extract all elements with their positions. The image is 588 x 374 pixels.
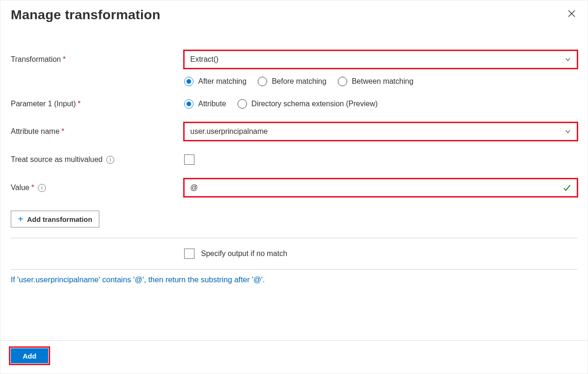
specify-output-label: Specify output if no match [201,249,287,258]
info-icon[interactable]: i [38,184,46,192]
chevron-down-icon [565,128,571,135]
parameter1-group: Attribute Directory schema extension (Pr… [184,99,378,109]
required-indicator: * [61,127,64,136]
add-transformation-button[interactable]: + Add transformation [11,211,99,227]
multivalued-checkbox[interactable] [184,154,194,165]
required-indicator: * [31,183,34,192]
transformation-preview-text: If 'user.userprincipalname' contains '@'… [0,270,588,286]
radio-icon [338,77,347,86]
attribute-name-value: user.userprincipalname [190,127,565,136]
radio-label: Directory schema extension (Preview) [252,100,378,108]
radio-directory-extension[interactable]: Directory schema extension (Preview) [238,99,378,109]
add-transformation-label: Add transformation [27,215,92,223]
radio-label: Before matching [272,77,327,86]
radio-label: Between matching [352,77,414,86]
specify-output-checkbox[interactable] [184,249,194,259]
close-icon [567,9,576,20]
parameter1-label: Parameter 1 (Input) [11,100,76,108]
info-icon[interactable]: i [106,156,114,164]
value-input-text: @ [190,183,563,192]
add-button[interactable]: Add [11,348,48,363]
page-title: Manage transformation [11,7,577,22]
radio-icon [184,99,194,109]
radio-icon [238,99,247,109]
radio-between-matching[interactable]: Between matching [338,77,414,86]
radio-attribute[interactable]: Attribute [184,99,226,109]
chevron-down-icon [565,56,571,63]
radio-label: Attribute [198,100,226,108]
required-indicator: * [63,55,66,64]
close-button[interactable] [566,9,577,20]
transformation-dropdown[interactable]: Extract() [184,51,577,68]
required-indicator: * [78,100,81,108]
radio-label: After matching [198,77,246,86]
radio-icon [258,77,267,86]
radio-after-matching[interactable]: After matching [184,77,246,86]
transformation-label: Transformation [11,55,61,64]
value-input[interactable]: @ [184,179,577,197]
plus-icon: + [18,214,23,224]
attribute-name-dropdown[interactable]: user.userprincipalname [184,123,577,140]
multivalued-label: Treat source as multivalued [11,155,103,164]
attribute-name-label: Attribute name [11,127,60,136]
check-icon [563,183,571,192]
transformation-value: Extract() [190,55,565,64]
radio-before-matching[interactable]: Before matching [258,77,327,86]
value-label: Value [11,183,30,192]
radio-icon [184,77,194,86]
transformation-mode-group: After matching Before matching Between m… [184,77,413,86]
